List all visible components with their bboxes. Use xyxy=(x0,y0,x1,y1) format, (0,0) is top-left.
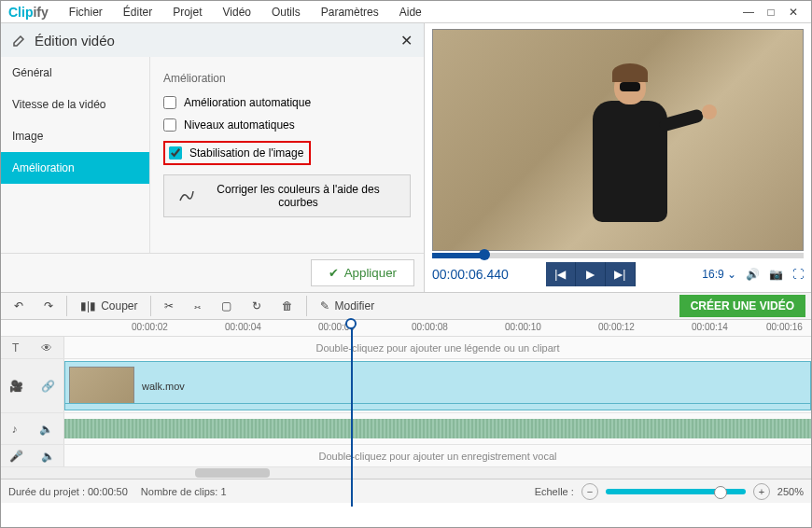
timeline-toolbar: ↶ ↷ ▮|▮ Couper ✂ ⟗ ▢ ↻ 🗑 ✎ Modifier CRÉE… xyxy=(1,292,811,320)
timeline-tracks: T 👁 Double-cliquez pour ajouter une lége… xyxy=(1,337,811,479)
menu-tools[interactable]: Outils xyxy=(262,4,310,21)
project-duration: Durée du projet : 00:00:50 xyxy=(8,486,128,497)
edit-icon: ✎ xyxy=(320,299,329,313)
video-track[interactable]: walk.mov xyxy=(64,359,811,412)
maximize-button[interactable]: □ xyxy=(761,4,781,21)
edit-icon xyxy=(12,33,27,48)
panel-close-button[interactable]: ✕ xyxy=(400,32,413,49)
mic-icon: 🎤 xyxy=(9,450,23,463)
tab-speed[interactable]: Vitesse de la vidéo xyxy=(1,89,149,120)
audio-waveform[interactable] xyxy=(64,419,811,438)
auto-levels-label: Niveaux automatiques xyxy=(184,118,295,132)
ruler-tick: 00:00:16 xyxy=(766,322,803,332)
next-button[interactable]: ▶| xyxy=(606,262,636,286)
text-icon: T xyxy=(12,341,19,354)
voice-track[interactable]: Double-cliquez pour ajouter un enregistr… xyxy=(64,445,811,466)
undo-button[interactable]: ↶ xyxy=(7,296,31,316)
crop-button[interactable]: ⟗ xyxy=(187,296,208,316)
close-button[interactable]: ✕ xyxy=(783,4,804,21)
snapshot-icon[interactable]: 📷 xyxy=(769,268,783,281)
ruler-tick: 00:00:02 xyxy=(132,322,168,332)
apply-button[interactable]: ✔ Appliquer xyxy=(311,259,414,286)
play-button[interactable]: ▶ xyxy=(576,262,606,286)
timeline-scrollbar[interactable] xyxy=(1,467,811,479)
visibility-icon[interactable]: 👁 xyxy=(41,341,52,354)
curves-icon xyxy=(179,189,194,202)
menu-project[interactable]: Projet xyxy=(163,4,211,21)
modify-button[interactable]: ✎ Modifier xyxy=(313,296,382,316)
tab-general[interactable]: Général xyxy=(1,57,149,89)
curves-label: Corriger les couleurs à l'aide des courb… xyxy=(202,183,395,209)
ruler-tick: 00:00:08 xyxy=(412,322,448,332)
tab-image[interactable]: Image xyxy=(1,120,149,152)
playback-controls: |◀ ▶ ▶| xyxy=(546,262,636,286)
fullscreen-icon[interactable]: ⛶ xyxy=(792,268,804,281)
caption-track[interactable]: Double-cliquez pour ajouter une légende … xyxy=(64,337,811,358)
cut-button[interactable]: ▮|▮ Couper xyxy=(73,296,145,316)
rotate-button[interactable]: ↻ xyxy=(245,296,269,316)
clip-name: walk.mov xyxy=(142,381,185,392)
auto-enhance-row[interactable]: Amélioration automatique xyxy=(163,96,411,109)
prev-button[interactable]: |◀ xyxy=(546,262,576,286)
delete-button[interactable]: 🗑 xyxy=(274,296,301,316)
time-ruler[interactable]: 00:00:02 00:00:04 00:00:06 00:00:08 00:0… xyxy=(1,320,811,337)
clip-thumbnail xyxy=(69,367,134,406)
auto-levels-checkbox[interactable] xyxy=(163,118,176,132)
panel-header: Édition vidéo ✕ xyxy=(1,23,424,57)
playhead-line[interactable] xyxy=(351,320,353,507)
app-logo: Clipify xyxy=(8,5,49,20)
auto-enhance-checkbox[interactable] xyxy=(163,96,176,109)
preview-pane: 00:00:06.440 |◀ ▶ ▶| 16:9 ⌄ 🔊 📷 ⛶ xyxy=(425,23,811,292)
link-icon[interactable]: 🔗 xyxy=(41,380,55,393)
speaker-icon[interactable]: 🔈 xyxy=(39,423,53,436)
ruler-tick: 00:00:12 xyxy=(598,322,635,332)
voice-track-head: 🎤 🔈 xyxy=(1,445,64,466)
menu-file[interactable]: Fichier xyxy=(60,4,112,21)
auto-enhance-label: Amélioration automatique xyxy=(184,96,311,109)
scissors-button[interactable]: ✂ xyxy=(157,296,181,316)
audio-track[interactable] xyxy=(64,413,811,444)
playhead[interactable] xyxy=(345,318,357,329)
curves-button[interactable]: Corriger les couleurs à l'aide des courb… xyxy=(163,174,411,217)
audio-track-head: ♪ 🔈 xyxy=(1,413,64,444)
cut-label: Couper xyxy=(101,299,137,313)
aspect-ratio-button[interactable]: 16:9 ⌄ xyxy=(702,268,736,281)
create-video-button[interactable]: CRÉER UNE VIDÉO xyxy=(679,295,805,317)
speaker-icon[interactable]: 🔈 xyxy=(41,450,55,463)
music-icon: ♪ xyxy=(12,423,18,436)
section-label: Amélioration xyxy=(163,72,411,85)
editor-panel: Édition vidéo ✕ Général Vitesse de la vi… xyxy=(1,23,425,292)
caption-track-head: T 👁 xyxy=(1,337,64,358)
menu-settings[interactable]: Paramètres xyxy=(312,4,388,21)
auto-levels-row[interactable]: Niveaux automatiques xyxy=(163,118,411,132)
zoom-in-button[interactable]: + xyxy=(753,483,770,500)
menubar: Clipify Fichier Éditer Projet Vidéo Outi… xyxy=(1,1,811,23)
window-controls: — □ ✕ xyxy=(738,4,804,21)
zoom-out-button[interactable]: − xyxy=(581,483,598,500)
menu-help[interactable]: Aide xyxy=(390,4,431,21)
minimize-button[interactable]: — xyxy=(738,4,759,21)
zoom-slider[interactable] xyxy=(606,489,746,494)
ruler-tick: 00:00:04 xyxy=(225,322,261,332)
frame-button[interactable]: ▢ xyxy=(214,296,239,316)
tab-enhancement[interactable]: Amélioration xyxy=(1,152,149,184)
redo-button[interactable]: ↷ xyxy=(36,296,61,316)
video-clip-bar[interactable] xyxy=(64,403,811,410)
menu-edit[interactable]: Éditer xyxy=(114,4,161,21)
statusbar: Durée du projet : 00:00:50 Nombre de cli… xyxy=(1,479,811,503)
stabilize-row[interactable]: Stabilisation de l'image xyxy=(163,141,411,165)
apply-label: Appliquer xyxy=(344,266,397,280)
preview-scrubber[interactable] xyxy=(432,253,804,258)
stabilize-highlight: Stabilisation de l'image xyxy=(163,141,311,165)
stabilize-label: Stabilisation de l'image xyxy=(189,146,303,160)
panel-title: Édition vidéo xyxy=(35,33,115,49)
cut-icon: ▮|▮ xyxy=(80,299,96,313)
clip-count: Nombre de clips: 1 xyxy=(141,486,227,497)
stabilize-checkbox[interactable] xyxy=(169,146,182,160)
volume-icon[interactable]: 🔊 xyxy=(746,268,760,281)
check-icon: ✔ xyxy=(329,266,339,280)
preview-video[interactable] xyxy=(432,29,804,251)
menu-video[interactable]: Vidéo xyxy=(214,4,260,21)
ruler-tick: 00:00:14 xyxy=(692,322,728,332)
camera-icon: 🎥 xyxy=(9,380,23,393)
